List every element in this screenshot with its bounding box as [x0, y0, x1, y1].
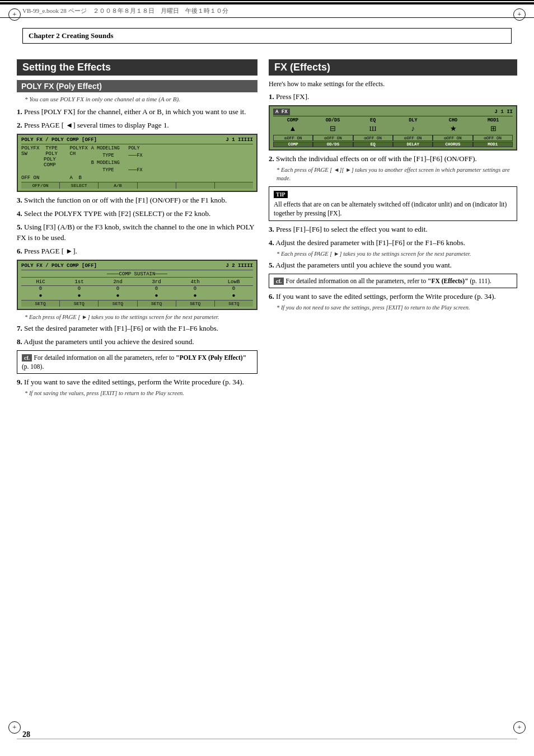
fx-icon-comp: ▲ [273, 124, 312, 133]
lcd2-sustain-label: ————COMP SUSTAIN———— [21, 271, 253, 278]
corner-bl: + [8, 721, 21, 734]
lcd1-btn-ab: A/B [99, 182, 137, 189]
header-text: VB-99_e.book 28 ページ ２００８年８月１８日 月曜日 午後１時１… [22, 7, 228, 15]
step-2: 2. Press PAGE [ ◄] several times to disp… [17, 120, 257, 130]
right-section-title: FX (Effects) [269, 59, 517, 76]
right-step-1: 1. Press [FX]. [269, 92, 517, 102]
chapter-title: Chapter 2 Creating Sounds [29, 31, 114, 40]
lcd1-btn-blank1 [138, 182, 176, 189]
step-5: 5. Using [F3] (A/B) or the F3 knob, swit… [17, 222, 257, 242]
fx-effect-comp: COMP [273, 118, 312, 123]
step-9: 9. If you want to save the edited settin… [17, 377, 257, 387]
tip-box: TIP All effects that are on can be alter… [269, 186, 517, 221]
fx-label-eq: EQ [353, 142, 393, 147]
val-1st: 0 [60, 286, 99, 292]
lcd2-header-right: J 2 IIIII [226, 263, 253, 269]
right-step-5: 5. Adjust the parameters until you achie… [269, 260, 517, 270]
fx-label-mod1: MOD1 [473, 142, 513, 147]
lcd1-header-left: POLY FX / POLY COMP [OFF] [21, 137, 97, 143]
right-step-6-note: * If you do not need to save the setting… [277, 304, 517, 312]
chapter-header: Chapter 2 Creating Sounds [22, 28, 512, 44]
right-step-4-note: * Each press of PAGE [ ►] takes you to t… [277, 250, 517, 259]
poly-fx-subtitle: POLY FX (Poly Effect) [17, 80, 257, 92]
fx-icon-dly: ♪ [394, 124, 433, 133]
lcd2-btn-setq5: SETQ [176, 300, 215, 307]
fx-display-header-left: A FX [273, 109, 290, 115]
lcd1-btn-blank2 [176, 182, 215, 189]
step-8: 8. Adjust the parameters until you achie… [17, 337, 257, 347]
lcd1-btn-select: SELECT [60, 182, 99, 189]
fx-effect-cho: CHO [434, 118, 473, 123]
fx-status-eq: ◎OFF ON [353, 135, 393, 141]
corner-br: + [513, 721, 526, 734]
fx-display: A FX J 1 II COMP OD/DS EQ DLY CHO MOD1 ▲… [269, 105, 517, 151]
lcd1-header-right: J 1 IIIII [226, 137, 253, 143]
lcd1-btn-blank3 [215, 182, 253, 189]
fx-label-chorus: CHORUS [433, 142, 472, 147]
fx-icon-mod1: ⊞ [474, 124, 513, 133]
poly-fx-note: * You can use POLY FX in only one channe… [25, 96, 257, 102]
page-number: 28 [22, 730, 30, 739]
lcd2-btn-setq4: SETQ [138, 300, 176, 307]
col-1st: 1st [60, 279, 99, 285]
col-lowb: LowB [214, 279, 253, 285]
corner-tl: + [8, 8, 21, 21]
val-lowb: 0 [214, 286, 253, 292]
cf-label-right: cf. [274, 278, 284, 285]
fx-label-delay: DELAY [393, 142, 433, 147]
lcd2-btn-setq3: SETQ [99, 300, 137, 307]
lcd2-header-left: POLY FX / POLY COMP [OFF] [21, 263, 97, 269]
lcd2-note: * Each press of PAGE [ ►] takes you to t… [25, 313, 257, 322]
lcd2-btn-setq6: SETQ [215, 300, 253, 307]
step-7: 7. Set the desired parameter with [F1]–[… [17, 323, 257, 334]
fx-status-dly: ◎OFF ON [393, 135, 433, 141]
right-step-2-note: * Each press of PAGE [ ◄][ ►] takes you … [277, 166, 517, 182]
cf-label-left: cf. [22, 354, 32, 361]
cf-text-left: For detailed information on all the para… [22, 354, 246, 370]
fx-label-comp: COMP [273, 142, 313, 147]
top-header: VB-99_e.book 28 ページ ２００８年８月１８日 月曜日 午後１時１… [0, 3, 534, 18]
fx-effect-odds: OD/DS [313, 118, 353, 123]
col-3rd: 3rd [137, 279, 176, 285]
step-9-note: * If not saving the values, press [EXIT]… [25, 389, 257, 398]
left-column: Setting the Effects POLY FX (Poly Effect… [17, 49, 257, 400]
fx-icon-cho: ★ [434, 124, 473, 133]
left-section-title: Setting the Effects [17, 59, 257, 76]
lcd-display-2: POLY FX / POLY COMP [OFF] J 2 IIIII ————… [17, 260, 257, 310]
fx-effect-dly: DLY [394, 118, 433, 123]
fx-icon-eq: Ш [353, 124, 392, 133]
val-3rd: 0 [137, 286, 176, 292]
lcd-display-1: POLY FX / POLY COMP [OFF] J 1 IIIII POLY… [17, 134, 257, 192]
right-step-6: 6. If you want to save the edited settin… [269, 292, 517, 302]
fx-intro: Here's how to make settings for the effe… [269, 80, 517, 88]
step-1: 1. Press [POLY FX] for the channel, eith… [17, 107, 257, 117]
fx-status-comp: ◎OFF ON [273, 135, 313, 141]
tip-label: TIP [274, 191, 288, 198]
col-hic: HiC [21, 279, 60, 285]
val-2nd: 0 [99, 286, 137, 292]
lcd2-btn-setq2: SETQ [60, 300, 99, 307]
right-column: FX (Effects) Here's how to make settings… [269, 49, 517, 400]
fx-status-cho: ◎OFF ON [433, 135, 472, 141]
col-4th: 4th [176, 279, 214, 285]
fx-icon-odds: ⊟ [313, 124, 353, 133]
bottom-line [17, 739, 517, 739]
cf-text-right: For detailed information on all the para… [286, 278, 491, 284]
fx-effect-eq: EQ [353, 118, 392, 123]
lcd1-btn-off-on: OFF/ON [21, 182, 60, 189]
right-step-4: 4. Adjust the desired parameter with [F1… [269, 238, 517, 248]
val-4th: 0 [176, 286, 214, 292]
right-step-2: 2. Switch the individual effects on or o… [269, 154, 517, 164]
tip-text: All effects that are on can be alternate… [274, 200, 512, 218]
cf-box-right: cf. For detailed information on all the … [269, 274, 517, 288]
fx-label-odds: OD/DS [313, 142, 353, 147]
step-6: 6. Press PAGE [ ►]. [17, 246, 257, 256]
val-hic: 0 [21, 286, 60, 292]
fx-status-mod1: ◎OFF ON [473, 135, 513, 141]
cf-box-left: cf. For detailed information on all the … [17, 350, 257, 374]
corner-tr: + [513, 8, 526, 21]
right-step-3: 3. Press [F1]–[F6] to select the effect … [269, 224, 517, 234]
fx-display-header-right: J 1 II [495, 109, 513, 115]
fx-effect-mod1: MOD1 [474, 118, 513, 123]
lcd2-btn-setq1: SETQ [21, 300, 60, 307]
